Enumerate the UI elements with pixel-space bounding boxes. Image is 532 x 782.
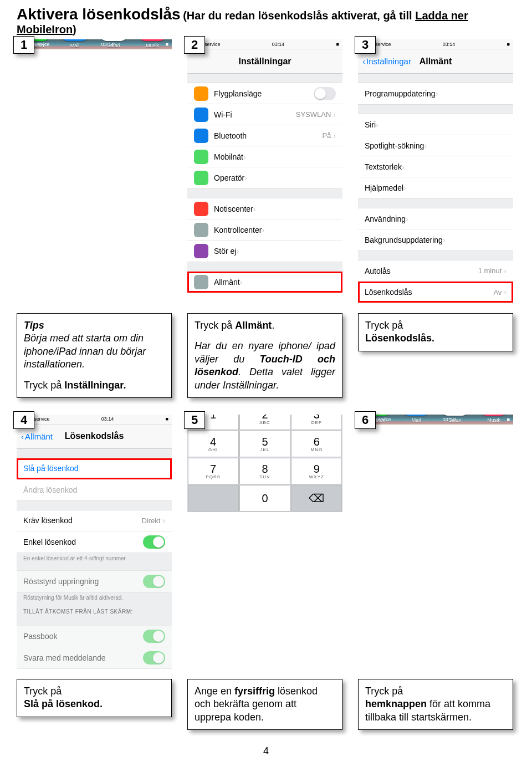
note: En enkel lösenkod är ett 4-siffrigt numm… [17, 553, 172, 561]
dock-app-musik[interactable]: Musik [480, 415, 507, 423]
toggle-icon [143, 575, 165, 588]
settings-cell[interactable]: Mobilnät› [187, 146, 342, 167]
settings-cell[interactable]: LösenkodslåsAv› [358, 282, 513, 303]
settings-cell[interactable]: Flygplansläge [187, 83, 342, 104]
cell-label: Programuppdatering [365, 89, 436, 98]
settings-cell[interactable]: Stör ej› [187, 241, 342, 262]
caption-row-1: TipsBörja med att starta om din iphone/i… [17, 313, 515, 398]
keypad-key-5[interactable]: 5JKL [239, 431, 290, 457]
settings-group: Användning›Bakgrundsuppdatering› [358, 208, 513, 251]
step-row-2: 4 Ingen service03:14■ ‹ Allmänt Lösenkod… [17, 415, 515, 669]
settings-group: Allmänt› [187, 271, 342, 293]
settings-cell[interactable]: Allmänt› [187, 272, 342, 293]
chevron-right-icon: › [253, 205, 256, 213]
cell-icon [194, 223, 208, 237]
cell-label: Mobilnät [214, 152, 243, 161]
settings-cell[interactable]: Siri› [358, 114, 513, 135]
app-label: Safari [448, 417, 462, 423]
numeric-keypad: 1 2ABC3DEF4GHI5JKL6MNO7PQRS8TUV9WXYZ0⌫ [187, 415, 342, 512]
settings-cell[interactable]: Autolås1 minut› [358, 260, 513, 282]
simple-passcode-cell[interactable]: Enkel lösenkod [17, 531, 172, 553]
settings-cell[interactable]: Användning› [358, 208, 513, 229]
caption-5: Ange en fyrsiffrig lösenkod och bekräfta… [187, 679, 342, 730]
chevron-right-icon: › [424, 141, 427, 150]
back-button[interactable]: ‹ Allmänt [21, 432, 53, 441]
settings-cell[interactable]: Kontrollcenter› [187, 219, 342, 241]
app-icon [403, 415, 429, 416]
step-4: 4 Ingen service03:14■ ‹ Allmänt Lösenkod… [17, 415, 172, 669]
page-number: 4 [17, 745, 515, 757]
dock-app-mail[interactable]: Mail [62, 39, 88, 48]
settings-cell[interactable]: Operatör› [187, 167, 342, 188]
keypad-key-3[interactable]: 3DEF [291, 415, 342, 431]
change-passcode-cell: Ändra lösenkod [17, 479, 172, 500]
cell-label: Wi-Fi [214, 110, 232, 119]
step-row-1: 1 Ingen service03:14■ MeddelandenTorsdag… [17, 39, 515, 303]
step-5: 5 Ingen service03:14■ Ställ in lösenkod … [187, 415, 342, 512]
cell-label: Bluetooth [214, 131, 247, 140]
dock-app-musik[interactable]: Musik [139, 39, 166, 48]
chevron-right-icon: › [436, 89, 438, 98]
keypad-key-6[interactable]: 6MNO [291, 431, 342, 457]
require-passcode-cell[interactable]: Kräv lösenkod Direkt› [17, 510, 172, 531]
cell-label: Bakgrundsuppdatering [365, 236, 443, 244]
toggle-icon[interactable] [143, 535, 165, 549]
cell-label: Spotlight-sökning [365, 141, 424, 150]
chevron-right-icon: › [406, 214, 408, 223]
settings-cell[interactable]: Programuppdatering› [358, 83, 513, 104]
cell-label: Autolås [365, 267, 391, 275]
phone-set-passcode: Ingen service03:14■ Ställ in lösenkod Av… [187, 415, 342, 512]
cell-value: På [322, 131, 331, 140]
cell-label: Hjälpmedel [365, 183, 403, 192]
toggle-icon[interactable] [314, 87, 336, 100]
cell-label: Textstorlek [365, 162, 402, 171]
keypad-key-2[interactable]: 2ABC [239, 415, 290, 431]
settings-group: Siri›Spotlight-sökning›Textstorlek›Hjälp… [358, 114, 513, 199]
app-label: Mail [70, 43, 80, 48]
settings-cell[interactable]: Textstorlek› [358, 156, 513, 177]
status-bar: Ingen service03:14■ [358, 39, 513, 49]
cell-value: Av [493, 288, 502, 297]
settings-cell[interactable]: Bakgrundsuppdatering› [358, 229, 513, 251]
back-button[interactable]: ‹ Inställningar [362, 57, 411, 66]
keypad-delete[interactable]: ⌫ [291, 485, 342, 512]
caption-1: TipsBörja med att starta om din iphone/i… [17, 313, 172, 398]
settings-cell[interactable]: Notiscenter› [187, 198, 342, 219]
dock: TelefonMailSafariMusik [358, 415, 513, 425]
cell-label: Operatör [214, 173, 244, 182]
phone-general: Ingen service03:14■ ‹ Inställningar Allm… [358, 39, 513, 303]
caption-2: Tryck på Allmänt. Har du en nyare iphone… [187, 313, 342, 398]
settings-group: Autolås1 minut›LösenkodslåsAv› [358, 260, 513, 303]
step-badge: 6 [355, 411, 376, 429]
cell-value: 1 minut [478, 267, 502, 275]
note: Röststyrning för Musik är alltid aktiver… [17, 592, 172, 601]
cell-icon [194, 202, 208, 216]
app-icon [480, 415, 507, 416]
settings-cell[interactable]: BluetoothPå› [187, 125, 342, 146]
enable-passcode-cell[interactable]: Slå på lösenkod [17, 458, 172, 479]
app-label: Musik [146, 43, 159, 48]
cell-label: Flygplansläge [214, 89, 262, 98]
page-heading: Aktivera lösenkodslås (Har du redan löse… [17, 6, 515, 36]
keypad-key-8[interactable]: 8TUV [239, 458, 290, 484]
keypad-key-7[interactable]: 7PQRS [188, 458, 239, 484]
settings-cell[interactable]: Spotlight-sökning› [358, 135, 513, 156]
settings-cell[interactable]: Hjälpmedel› [358, 177, 513, 198]
keypad-key-4[interactable]: 4GHI [188, 431, 239, 457]
app-icon [62, 39, 88, 41]
cell-label: Notiscenter [214, 205, 253, 213]
dock-app-mail[interactable]: Mail [403, 415, 429, 423]
keypad-key-0[interactable]: 0 [239, 485, 290, 512]
phone-passcode-settings: Ingen service03:14■ ‹ Allmänt Lösenkodsl… [17, 415, 172, 669]
phone-home: Ingen service03:14■ MeddelandenTorsdag31… [17, 39, 172, 49]
status-bar: Ingen service03:14■ [17, 415, 172, 425]
settings-cell[interactable]: Wi-FiSYSWLAN› [187, 104, 342, 125]
dock-app-safari[interactable]: Safari [442, 415, 468, 423]
caption-3: Tryck på Lösenkodslås. [358, 313, 513, 351]
dock-app-safari[interactable]: Safari [100, 39, 127, 48]
chevron-right-icon: › [333, 131, 336, 140]
heading-title: Aktivera lösenkodslås [17, 6, 181, 23]
step-2: 2 Ingen service03:14■ Inställningar Flyg… [187, 39, 342, 293]
keypad-key-9[interactable]: 9WXYZ [291, 458, 342, 484]
caption-4: Tryck på Slå på lösenkod. [17, 679, 172, 717]
